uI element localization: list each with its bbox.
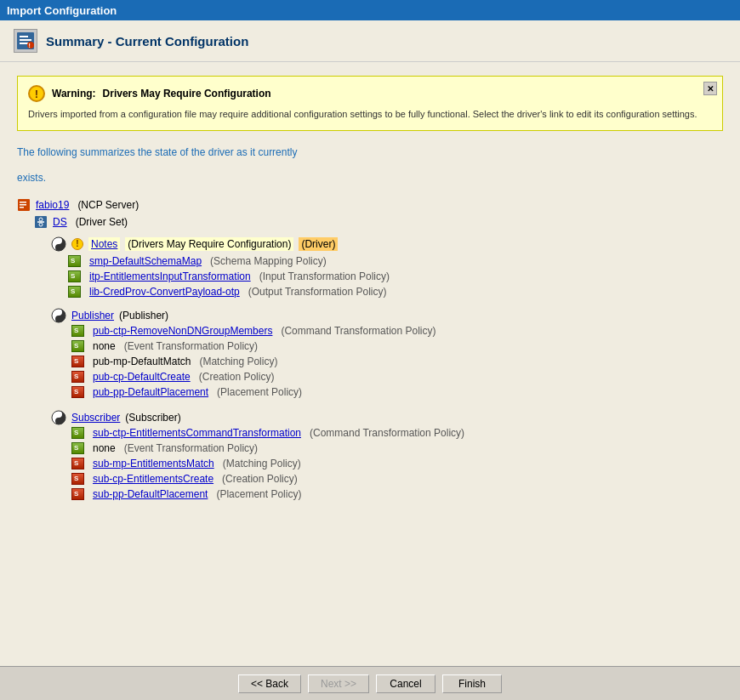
svg-rect-8	[20, 204, 26, 206]
driver-notes-middle: (Drivers May Require Configuration)	[125, 237, 293, 251]
sub-pp-label: (Placement Policy)	[216, 488, 301, 500]
server-label: (NCP Server)	[77, 199, 139, 211]
cancel-button[interactable]: Cancel	[376, 674, 435, 693]
driver-notes-link[interactable]: Notes	[88, 237, 120, 251]
warning-header: ! Warning: Drivers May Require Configura…	[28, 85, 712, 102]
sub-etp-name: none	[93, 442, 116, 454]
svg-point-22	[57, 419, 60, 423]
warning-title-text: Drivers May Require Configuration	[103, 88, 271, 100]
driver-notes-right: (Driver)	[299, 237, 338, 251]
output-transform-label: (Output Transformation Policy)	[248, 286, 387, 298]
subscriber-policies: sub-ctp-EntitlementsCommandTransformatio…	[71, 425, 723, 502]
svg-rect-9	[20, 207, 24, 208]
pub-policy-3: pub-cp-DefaultCreate (Creation Policy)	[71, 369, 723, 384]
pub-etp-icon	[71, 340, 84, 352]
warning-icon: !	[28, 85, 45, 102]
publisher-policies: pub-ctp-RemoveNonDNGroupMembers (Command…	[71, 323, 723, 400]
sub-cp-label: (Creation Policy)	[222, 473, 298, 485]
summary-text-1: The following summarizes the state of th…	[17, 145, 723, 160]
sub-mp-icon	[71, 458, 84, 470]
sub-mp-label: (Matching Policy)	[223, 458, 301, 470]
sub-policy-2: sub-mp-EntitlementsMatch (Matching Polic…	[71, 456, 723, 471]
content-area: ! Warning: Drivers May Require Configura…	[0, 62, 740, 666]
sub-etp-icon	[71, 442, 84, 454]
header-icon: !	[14, 29, 37, 53]
schema-map-label: (Schema Mapping Policy)	[210, 255, 327, 267]
sub-pp-name[interactable]: sub-pp-DefaultPlacement	[93, 488, 208, 500]
pub-cp-name[interactable]: pub-cp-DefaultCreate	[93, 371, 191, 383]
driver-set-icon	[34, 215, 48, 229]
sub-ctp-label: (Command Transformation Policy)	[310, 427, 464, 439]
warning-label: Warning:	[52, 88, 96, 100]
publisher-label: (Publisher)	[119, 310, 168, 322]
sub-mp-name[interactable]: sub-mp-EntitlementsMatch	[93, 458, 214, 470]
driver-warning-icon: !	[71, 238, 83, 250]
subscriber-section: Subscriber (Subscriber) sub-ctp-Entitlem…	[51, 410, 723, 502]
finish-button[interactable]: Finish	[442, 674, 502, 693]
pub-pp-icon	[71, 386, 84, 398]
input-transform-label: (Input Transformation Policy)	[259, 270, 390, 282]
server-row: fabio19 (NCP Server)	[17, 197, 723, 213]
pub-policy-2: pub-mp-DefaultMatch (Matching Policy)	[71, 354, 723, 369]
pub-pp-label: (Placement Policy)	[217, 386, 302, 398]
summary-text-2: exists.	[17, 170, 723, 185]
pub-policy-1: none (Event Transformation Policy)	[71, 339, 723, 354]
page-title: Summary - Current Configuration	[46, 34, 248, 48]
svg-point-21	[57, 413, 60, 416]
pub-pp-name[interactable]: pub-pp-DefaultPlacement	[93, 386, 208, 398]
publisher-icon	[51, 308, 66, 323]
header-bar: ! Summary - Current Configuration	[0, 20, 740, 62]
publisher-name[interactable]: Publisher	[71, 310, 114, 322]
pub-ctp-name[interactable]: pub-ctp-RemoveNonDNGroupMembers	[93, 325, 272, 337]
pub-etp-name: none	[93, 340, 116, 352]
main-container: ! Summary - Current Configuration ! Warn…	[0, 20, 740, 700]
sub-policy-4: sub-pp-DefaultPlacement (Placement Polic…	[71, 487, 723, 502]
sub-pp-icon	[71, 488, 84, 500]
driver-set-row: DS (Driver Set)	[34, 214, 723, 230]
driver-icon	[51, 236, 66, 252]
driver-policy-2: lib-CredProv-ConvertPayload-otp (Output …	[68, 284, 723, 299]
subscriber-icon	[51, 410, 66, 425]
sub-cp-name[interactable]: sub-cp-EntitlementsCreate	[93, 473, 213, 485]
sub-policy-1: none (Event Transformation Policy)	[71, 441, 723, 456]
pub-mp-label: (Matching Policy)	[199, 356, 277, 367]
output-transform-name[interactable]: lib-CredProv-ConvertPayload-otp	[89, 286, 240, 298]
sub-policy-0: sub-ctp-EntitlementsCommandTransformatio…	[71, 425, 723, 441]
pub-etp-label: (Event Transformation Policy)	[124, 340, 258, 352]
pub-cp-icon	[71, 371, 84, 383]
driver-set-name[interactable]: DS	[53, 216, 67, 228]
schema-map-name[interactable]: smp-DefaultSchemaMap	[89, 255, 202, 267]
driver-notes-row: ! Notes (Drivers May Require Configurati…	[51, 236, 723, 252]
warning-close-button[interactable]: ✕	[703, 82, 717, 95]
svg-point-15	[57, 239, 60, 242]
svg-point-19	[57, 317, 60, 321]
sub-cp-icon	[71, 473, 84, 485]
warning-box: ! Warning: Drivers May Require Configura…	[17, 76, 723, 131]
schema-map-icon	[68, 255, 81, 267]
input-transform-icon	[68, 270, 81, 282]
pub-mp-name: pub-mp-DefaultMatch	[93, 356, 191, 367]
svg-rect-1	[20, 36, 28, 37]
sub-ctp-icon	[71, 427, 84, 439]
pub-policy-4: pub-pp-DefaultPlacement (Placement Polic…	[71, 384, 723, 400]
title-bar-text: Import Configuration	[7, 4, 117, 17]
publisher-section: Publisher (Publisher) pub-ctp-RemoveNonD…	[51, 308, 723, 400]
svg-point-18	[57, 310, 60, 314]
pub-cp-label: (Creation Policy)	[199, 371, 275, 383]
server-icon	[17, 198, 31, 212]
sub-policy-3: sub-cp-EntitlementsCreate (Creation Poli…	[71, 471, 723, 487]
subscriber-label: (Subscriber)	[125, 412, 180, 424]
next-button[interactable]: Next >>	[308, 674, 369, 693]
svg-rect-2	[20, 39, 31, 41]
warning-body: Drivers imported from a configuration fi…	[28, 107, 712, 122]
pub-mp-icon	[71, 356, 84, 367]
subscriber-name[interactable]: Subscriber	[71, 412, 120, 424]
title-bar: Import Configuration	[0, 0, 740, 20]
output-transform-icon	[68, 286, 81, 298]
back-button[interactable]: << Back	[238, 674, 301, 693]
sub-ctp-name[interactable]: sub-ctp-EntitlementsCommandTransformatio…	[93, 427, 301, 439]
input-transform-name[interactable]: itp-EntitlementsInputTransformation	[89, 270, 251, 282]
driver-set-label: (Driver Set)	[76, 216, 128, 228]
server-name[interactable]: fabio19	[36, 199, 69, 211]
driver-policy-1: itp-EntitlementsInputTransformation (Inp…	[68, 269, 723, 284]
